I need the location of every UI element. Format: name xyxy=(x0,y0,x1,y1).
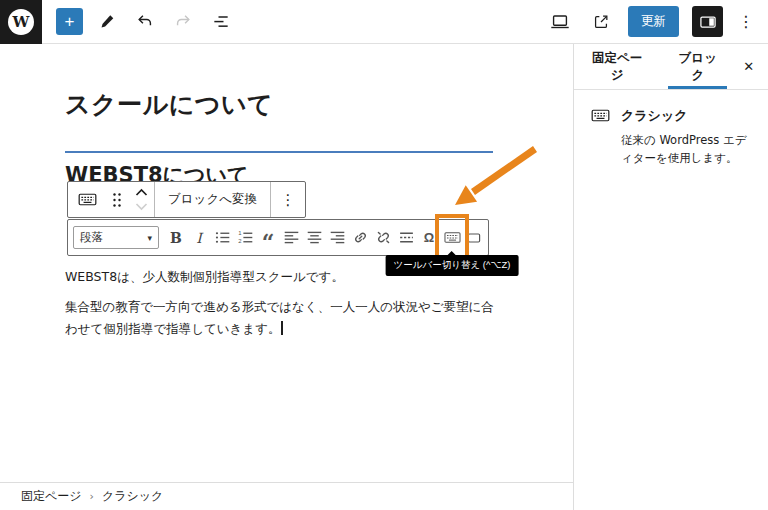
chevron-down-icon xyxy=(134,201,149,212)
list-view-icon xyxy=(211,12,231,32)
post-title[interactable]: スクールについて xyxy=(65,88,273,121)
block-toolbar: ブロックへ変換 ⋮ xyxy=(67,181,306,218)
convert-to-blocks-button[interactable]: ブロックへ変換 xyxy=(155,182,270,217)
paragraph-style-label: 段落 xyxy=(80,230,103,245)
block-card-title: クラシック xyxy=(621,107,688,125)
svg-text:1: 1 xyxy=(238,230,242,236)
unlink-icon xyxy=(375,229,392,246)
tooltip: ツールバー切り替え (^⌥Z) xyxy=(386,255,519,276)
drag-handle[interactable] xyxy=(106,182,128,217)
editor-canvas: スクールについて WEBST8について xyxy=(0,44,573,482)
bold-button[interactable]: B xyxy=(165,223,187,253)
numbered-list-icon: 1 2 xyxy=(237,229,254,246)
link-button[interactable] xyxy=(349,223,371,253)
read-more-icon xyxy=(398,229,415,246)
classic-block-button[interactable] xyxy=(68,182,106,217)
paragraph-text: 集合型の教育で一方向で進める形式ではなく、一人一人の状況やご要望に合わせて個別指… xyxy=(65,299,494,336)
external-link-icon xyxy=(591,12,611,32)
bold-icon: B xyxy=(170,230,182,246)
read-more-tag-button[interactable] xyxy=(395,223,417,253)
editor-top-bar: W + xyxy=(0,0,768,44)
bulleted-list-button[interactable] xyxy=(211,223,233,253)
special-character-icon: Ω xyxy=(424,230,434,245)
svg-text:2: 2 xyxy=(238,238,241,244)
redo-button[interactable] xyxy=(169,8,197,36)
chevron-down-icon: ▾ xyxy=(147,233,152,243)
wordpress-logo[interactable]: W xyxy=(0,0,42,44)
classic-block-icon xyxy=(77,189,98,210)
breadcrumb-page[interactable]: 固定ページ xyxy=(21,488,82,505)
blue-divider xyxy=(65,151,493,153)
align-right-icon xyxy=(329,229,346,246)
fullscreen-button[interactable] xyxy=(464,223,483,253)
italic-button[interactable]: I xyxy=(188,223,210,253)
unlink-button[interactable] xyxy=(372,223,394,253)
bulleted-list-icon xyxy=(214,229,231,246)
fullscreen-icon xyxy=(466,230,482,246)
top-bar-left-tools: + xyxy=(56,8,235,36)
blockquote-button[interactable]: “ xyxy=(257,223,279,253)
paragraph-style-select[interactable]: 段落 ▾ xyxy=(73,226,159,249)
align-center-button[interactable] xyxy=(303,223,325,253)
preview-button[interactable] xyxy=(546,8,574,36)
tools-button[interactable] xyxy=(93,8,121,36)
align-center-icon xyxy=(306,229,323,246)
sidebar-panel-icon xyxy=(698,12,718,32)
settings-sidebar-toggle[interactable] xyxy=(692,6,723,37)
blockquote-icon: “ xyxy=(262,238,275,247)
view-page-button[interactable] xyxy=(587,8,615,36)
settings-sidebar: 固定ページ ブロック ✕ クラシック 従来の WordPress エディターを使… xyxy=(573,44,768,510)
align-left-icon xyxy=(283,229,300,246)
laptop-icon xyxy=(549,11,571,33)
update-button[interactable]: 更新 xyxy=(628,6,679,37)
list-view-button[interactable] xyxy=(207,8,235,36)
block-options-button[interactable]: ⋮ xyxy=(271,182,305,217)
sidebar-header: 固定ページ ブロック ✕ xyxy=(574,44,768,90)
align-right-button[interactable] xyxy=(326,223,348,253)
top-bar-right-tools: 更新 ⋮ xyxy=(546,6,756,37)
drag-handle-icon xyxy=(110,191,124,209)
numbered-list-button[interactable]: 1 2 xyxy=(234,223,256,253)
close-sidebar-button[interactable]: ✕ xyxy=(735,53,762,81)
kebab-icon: ⋮ xyxy=(738,13,754,30)
classic-block-icon xyxy=(590,105,611,126)
special-character-button[interactable]: Ω xyxy=(418,223,440,253)
undo-button[interactable] xyxy=(131,8,159,36)
undo-icon xyxy=(135,12,155,32)
paragraph[interactable]: 集合型の教育で一方向で進める形式ではなく、一人一人の状況やご要望に合わせて個別指… xyxy=(65,296,499,340)
chevron-up-icon xyxy=(134,187,149,198)
breadcrumb-separator: › xyxy=(90,490,94,503)
block-card-description: 従来の WordPress エディターを使用します。 xyxy=(621,132,752,168)
wordpress-editor: W + xyxy=(0,0,768,510)
block-inserter-button[interactable]: + xyxy=(56,8,83,35)
text-cursor xyxy=(281,321,283,335)
block-card: クラシック 従来の WordPress エディターを使用します。 xyxy=(574,90,768,183)
breadcrumb-block[interactable]: クラシック xyxy=(102,488,163,505)
move-up-button[interactable] xyxy=(134,186,149,200)
pencil-icon xyxy=(98,12,117,31)
tab-page[interactable]: 固定ページ xyxy=(574,44,660,89)
move-down-button[interactable] xyxy=(134,200,149,214)
align-left-button[interactable] xyxy=(280,223,302,253)
toolbar-toggle-button[interactable]: ツールバー切り替え (^⌥Z) xyxy=(441,223,463,253)
italic-icon: I xyxy=(196,230,202,246)
breadcrumb-bar: 固定ページ › クラシック xyxy=(0,482,573,510)
options-menu-button[interactable]: ⋮ xyxy=(736,12,756,31)
wordpress-w-icon: W xyxy=(8,9,34,35)
close-icon: ✕ xyxy=(743,59,754,74)
tab-block[interactable]: ブロック xyxy=(660,44,735,89)
kebab-icon: ⋮ xyxy=(280,191,295,209)
link-icon xyxy=(352,229,369,246)
toolbar-toggle-keyboard-icon xyxy=(443,228,462,247)
format-toolbar: 段落 ▾ B I xyxy=(67,219,489,256)
block-mover xyxy=(128,182,154,217)
redo-icon xyxy=(173,12,193,32)
